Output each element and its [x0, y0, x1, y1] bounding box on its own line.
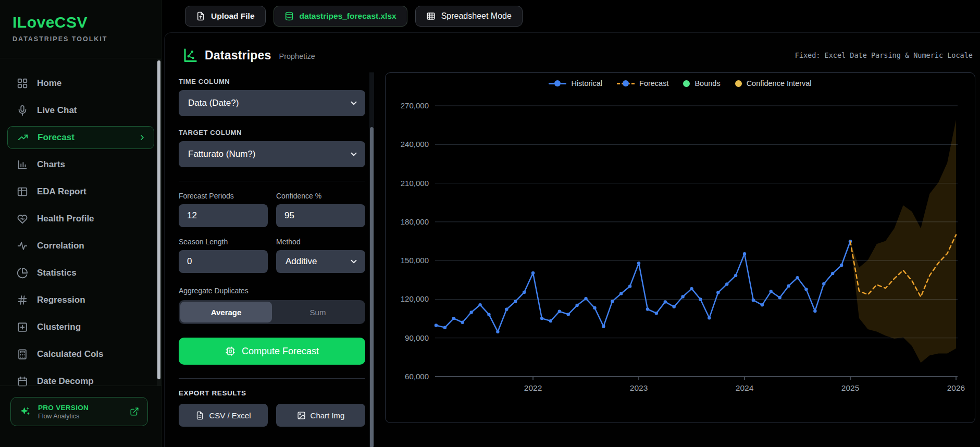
datastripes-logo-icon [182, 47, 198, 63]
svg-text:2025: 2025 [841, 383, 859, 392]
heart-pulse-icon [17, 213, 28, 225]
sidebar-item-label: Clustering [37, 322, 81, 332]
mic-icon [17, 105, 28, 116]
legend-dot-swatch [683, 80, 690, 87]
spreadsheet-mode-label: Spreadsheet Mode [441, 11, 512, 21]
sidebar-item-health-profile[interactable]: Health Profile [7, 207, 154, 230]
sidebar-item-label: EDA Report [37, 187, 86, 197]
svg-text:2022: 2022 [524, 383, 542, 392]
sidebar-item-eda-report[interactable]: EDA Report [7, 180, 154, 203]
sidebar-item-label: Date Decomp [37, 376, 94, 387]
upload-file-button[interactable]: Upload File [185, 6, 266, 27]
target-column-value: Fatturato (Num?) [188, 149, 255, 159]
legend-dashed-swatch [617, 80, 635, 87]
export-chart-img-button[interactable]: Chart Img [276, 404, 365, 427]
svg-text:210,000: 210,000 [401, 179, 429, 188]
sidebar-nav: HomeLive ChatForecastChartsEDA ReportHea… [0, 58, 162, 393]
legend-label: Bounds [694, 79, 720, 88]
svg-text:90,000: 90,000 [405, 333, 429, 342]
compute-forecast-button[interactable]: Compute Forecast [179, 338, 365, 365]
app-logo-subtitle: DATASTRIPES TOOLKIT [13, 35, 162, 43]
sidebar-item-forecast[interactable]: Forecast [7, 126, 154, 149]
sidebar-divider [0, 386, 162, 386]
logo-block: ILoveCSV DATASTRIPES TOOLKIT [0, 0, 162, 58]
svg-text:270,000: 270,000 [401, 101, 429, 110]
legend-item-confidence-interval[interactable]: Confidence Interval [735, 79, 812, 88]
activity-icon [17, 240, 28, 252]
sidebar-item-live-chat[interactable]: Live Chat [7, 99, 154, 122]
sidebar-item-regression[interactable]: Regression [7, 289, 154, 312]
sidebar-item-label: Correlation [37, 241, 84, 251]
confidence-label: Confidence % [276, 192, 365, 200]
status-note: Fixed: Excel Date Parsing & Numeric Loca… [795, 51, 973, 59]
compute-forecast-label: Compute Forecast [242, 346, 319, 357]
time-column-value: Data (Date?) [188, 98, 239, 108]
database-icon [284, 11, 294, 21]
season-length-input[interactable] [179, 250, 268, 273]
config-scrollbar[interactable] [369, 72, 374, 447]
upload-file-label: Upload File [211, 11, 255, 21]
aggregate-segmented-control: Average Sum [179, 300, 365, 324]
hash-icon [17, 294, 28, 306]
method-label: Method [276, 238, 365, 246]
current-file-name: datastripes_forecast.xlsx [300, 11, 396, 21]
svg-text:240,000: 240,000 [401, 140, 429, 148]
time-column-select[interactable]: Data (Date?) [179, 90, 365, 116]
sidebar-item-calculated-cols[interactable]: Calculated Cols [7, 343, 154, 366]
pie-chart-icon [17, 267, 28, 279]
export-chart-img-label: Chart Img [311, 411, 345, 420]
sidebar-item-label: Live Chat [37, 105, 77, 116]
method-value: Additive [286, 256, 317, 267]
cpu-icon [225, 346, 235, 356]
target-column-select[interactable]: Fatturato (Num?) [179, 141, 365, 167]
season-length-label: Season Length [179, 238, 268, 246]
sidebar-item-charts[interactable]: Charts [7, 153, 154, 176]
current-file-button[interactable]: datastripes_forecast.xlsx [274, 6, 407, 27]
sidebar-scrollbar[interactable] [157, 59, 161, 386]
chevron-down-icon [349, 257, 358, 266]
forecast-periods-input[interactable] [179, 204, 268, 227]
aggregate-duplicates-label: Aggregate Duplicates [179, 287, 365, 295]
aggregate-option-average[interactable]: Average [180, 302, 272, 322]
method-select[interactable]: Additive [276, 250, 365, 273]
sparkles-icon [19, 406, 31, 417]
sidebar-item-label: Forecast [38, 132, 75, 143]
sidebar-item-clustering[interactable]: Clustering [7, 316, 154, 339]
forecast-config-panel: TIME COLUMN Data (Date?) TARGET COLUMN F… [179, 72, 365, 427]
chevron-right-icon [138, 133, 146, 142]
bar-chart-icon [17, 159, 28, 170]
sidebar-item-home[interactable]: Home [7, 72, 154, 95]
legend-item-forecast[interactable]: Forecast [617, 79, 668, 88]
pro-version-card[interactable]: PRO VERSION Flow Analytics [10, 397, 148, 426]
legend-line-swatch [549, 80, 566, 87]
page-subtitle: Prophetize [279, 52, 315, 60]
chevron-down-icon [349, 150, 358, 159]
sidebar-item-label: Statistics [37, 268, 77, 278]
forecast-chart[interactable]: 60,00090,000120,000150,000180,000210,000… [386, 95, 975, 422]
sidebar-item-label: Calculated Cols [37, 349, 104, 359]
aggregate-option-sum[interactable]: Sum [272, 302, 364, 322]
svg-text:2026: 2026 [947, 383, 965, 392]
svg-text:2024: 2024 [736, 383, 754, 392]
spreadsheet-mode-button[interactable]: Spreadsheet Mode [415, 6, 523, 27]
chevron-down-icon [349, 98, 358, 108]
app-logo: ILoveCSV [13, 14, 162, 31]
export-csv-button[interactable]: CSV / Excel [179, 404, 268, 427]
config-scrollbar-thumb[interactable] [370, 127, 374, 447]
legend-item-historical[interactable]: Historical [549, 79, 602, 88]
sidebar-item-statistics[interactable]: Statistics [7, 262, 154, 284]
sidebar-item-date-decomp[interactable]: Date Decomp [7, 370, 154, 393]
chart-legend: HistoricalForecastBoundsConfidence Inter… [386, 79, 975, 88]
svg-text:2023: 2023 [630, 383, 648, 392]
legend-item-bounds[interactable]: Bounds [683, 79, 720, 88]
export-divider [179, 378, 365, 379]
svg-text:150,000: 150,000 [401, 256, 429, 265]
upload-file-icon [196, 11, 205, 21]
sidebar-item-correlation[interactable]: Correlation [7, 234, 154, 257]
target-column-label: TARGET COLUMN [179, 129, 365, 136]
confidence-input[interactable] [276, 204, 365, 227]
main-area: Upload File datastripes_forecast.xlsx Sp… [162, 0, 980, 447]
svg-text:60,000: 60,000 [405, 372, 429, 381]
sidebar-scrollbar-thumb[interactable] [157, 60, 160, 379]
sidebar-item-label: Charts [37, 159, 65, 170]
